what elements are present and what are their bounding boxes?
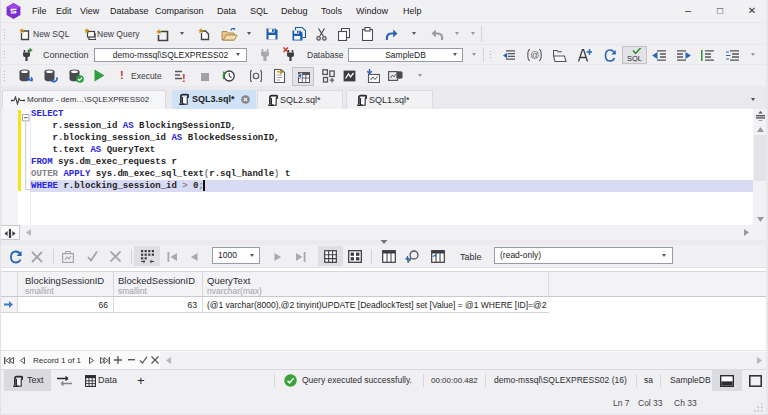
svg-text:SQL: SQL bbox=[627, 54, 642, 62]
svg-text:!: ! bbox=[182, 72, 186, 83]
svg-text:@: @ bbox=[530, 50, 539, 60]
